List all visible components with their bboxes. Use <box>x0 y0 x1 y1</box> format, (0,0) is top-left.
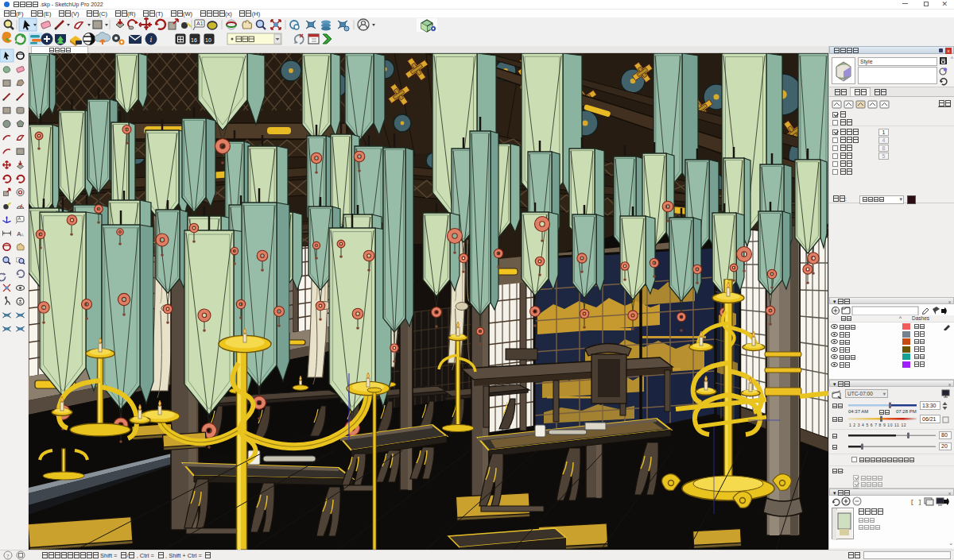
svg-text:?: ? <box>6 553 9 559</box>
svg-text:i: i <box>150 35 153 44</box>
svg-text:A1: A1 <box>196 21 204 26</box>
svg-text:A: A <box>18 216 21 221</box>
svg-text:[ ]: [ ] <box>910 498 921 505</box>
svg-text:A: A <box>21 233 24 238</box>
svg-text:10: 10 <box>205 37 211 43</box>
svg-text:16: 16 <box>191 37 197 43</box>
